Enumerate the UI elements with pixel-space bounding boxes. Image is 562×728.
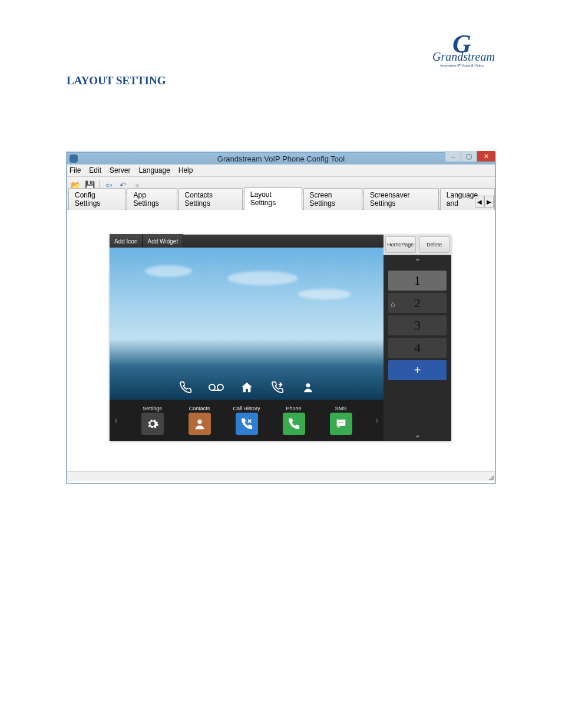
- app-phone[interactable]: Phone: [276, 406, 312, 435]
- logo-tagline: Innovative IP Voice & Video: [432, 64, 491, 67]
- phone-icon[interactable]: [178, 380, 193, 395]
- app-sms-label: SMS: [323, 406, 359, 411]
- minimize-button[interactable]: –: [445, 151, 461, 162]
- add-icon-button[interactable]: Add Icon: [110, 234, 143, 248]
- add-widget-button[interactable]: Add Widget: [143, 234, 183, 248]
- menubar: File Edit Server Language Help: [67, 164, 495, 177]
- app-window: Grandstream VoIP Phone Config Tool – ▢ ✕…: [67, 152, 495, 483]
- menu-server[interactable]: Server: [110, 166, 130, 174]
- tab-screen-settings[interactable]: Screen Settings: [303, 188, 363, 210]
- tab-layout-settings[interactable]: Layout Settings: [244, 187, 302, 210]
- app-callhistory-label: Call History: [229, 406, 265, 411]
- tab-contacts-settings[interactable]: Contacts Settings: [178, 188, 243, 210]
- homepage-button[interactable]: HomePage: [385, 236, 416, 253]
- pages-up-arrow[interactable]: ⌃: [384, 255, 451, 268]
- next-apps-arrow[interactable]: ›: [371, 415, 384, 426]
- tab-config-settings[interactable]: Config Settings: [68, 188, 125, 210]
- contact-icon: [189, 413, 211, 435]
- preview-toolbar: Add Icon Add Widget: [110, 235, 384, 248]
- wallpaper-preview[interactable]: [110, 248, 384, 400]
- svg-point-6: [340, 422, 342, 423]
- resize-grip-icon[interactable]: [488, 474, 494, 480]
- app-settings[interactable]: Settings: [135, 406, 170, 435]
- voicemail-icon[interactable]: [209, 380, 224, 395]
- svg-point-0: [209, 384, 215, 390]
- tab-scroll-right[interactable]: ▶: [484, 196, 494, 207]
- tab-app-settings[interactable]: App Settings: [127, 188, 177, 210]
- svg-point-1: [217, 384, 223, 390]
- tab-screensaver-settings[interactable]: Screensaver Settings: [363, 188, 439, 210]
- titlebar: Grandstream VoIP Phone Config Tool – ▢ ✕: [67, 153, 495, 164]
- maximize-button[interactable]: ▢: [461, 151, 477, 162]
- app-settings-label: Settings: [135, 406, 170, 411]
- call-history-icon: [236, 413, 258, 435]
- svg-point-5: [339, 422, 340, 423]
- menu-help[interactable]: Help: [178, 166, 193, 174]
- call-redirect-icon[interactable]: [270, 380, 285, 395]
- menu-language[interactable]: Language: [138, 166, 170, 174]
- sms-icon: [330, 413, 352, 435]
- layout-editor: Add Icon Add Widget ‹: [110, 235, 451, 441]
- workspace: Add Icon Add Widget ‹: [67, 210, 495, 481]
- person-icon[interactable]: [300, 380, 316, 395]
- page-sidebar: HomePage Delete ⌃ ⌂ 1 2 3 4 + ⌄: [384, 235, 451, 441]
- app-contacts-label: Contacts: [182, 406, 217, 411]
- app-row: ‹ Settings Contacts Call History: [110, 400, 384, 441]
- page-2[interactable]: 2: [388, 293, 447, 313]
- tabstrip: Config Settings App Settings Contacts Se…: [67, 194, 495, 210]
- page-1[interactable]: 1: [388, 271, 447, 291]
- dock: [110, 380, 384, 395]
- svg-point-4: [197, 420, 201, 424]
- prev-apps-arrow[interactable]: ‹: [110, 415, 123, 426]
- page-3[interactable]: 3: [388, 315, 447, 335]
- page-list: ⌂ 1 2 3 4 +: [384, 268, 451, 428]
- tab-scroll-left[interactable]: ◀: [475, 196, 484, 207]
- app-call-history[interactable]: Call History: [229, 406, 265, 435]
- phone-preview: Add Icon Add Widget ‹: [110, 235, 384, 441]
- svg-point-3: [306, 383, 310, 387]
- add-page-button[interactable]: +: [388, 360, 447, 380]
- delete-button[interactable]: Delete: [419, 236, 450, 253]
- svg-point-7: [342, 422, 343, 423]
- page-4[interactable]: 4: [388, 338, 447, 358]
- gear-icon: [141, 413, 164, 435]
- menu-edit[interactable]: Edit: [89, 166, 101, 174]
- app-sms[interactable]: SMS: [323, 406, 359, 435]
- logo-brand-text: Grandstream: [432, 50, 491, 64]
- close-button[interactable]: ✕: [477, 151, 495, 162]
- page-title: LAYOUT SETTING: [67, 74, 166, 87]
- brand-logo: G Grandstream Innovative IP Voice & Vide…: [432, 35, 491, 67]
- app-contacts[interactable]: Contacts: [182, 406, 217, 435]
- app-phone-label: Phone: [276, 406, 312, 411]
- menu-file[interactable]: File: [70, 166, 81, 174]
- home-icon[interactable]: [239, 380, 254, 395]
- home-marker-icon: ⌂: [391, 300, 395, 308]
- phone-app-icon: [283, 413, 305, 435]
- window-title: Grandstream VoIP Phone Config Tool: [67, 154, 495, 163]
- pages-down-arrow[interactable]: ⌄: [384, 428, 451, 441]
- statusbar: [67, 471, 495, 481]
